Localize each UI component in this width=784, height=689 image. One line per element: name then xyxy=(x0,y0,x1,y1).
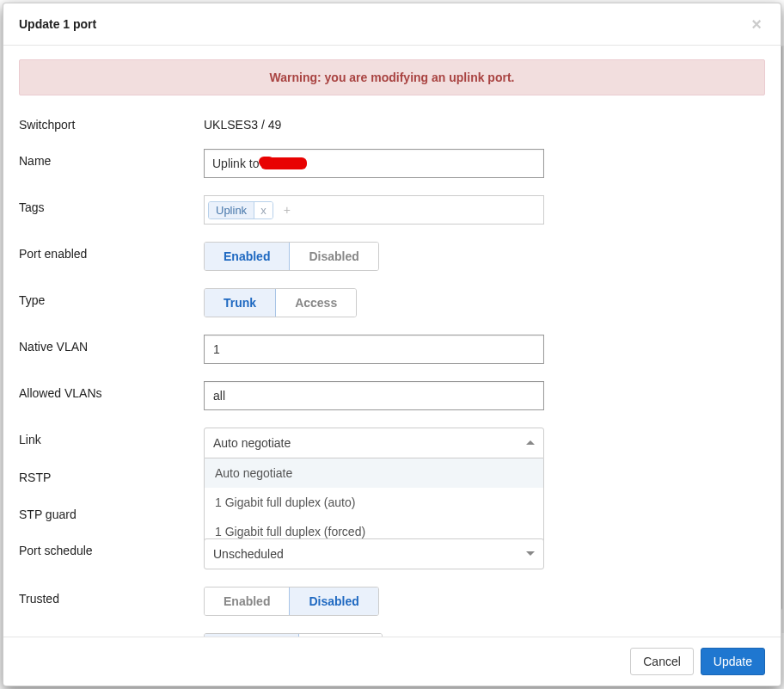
allowed-vlans-label: Allowed VLANs xyxy=(19,381,204,400)
allowed-vlans-input[interactable] xyxy=(204,381,544,410)
modal-header: Update 1 port × xyxy=(3,3,781,46)
tag-chip: Uplink x xyxy=(208,201,273,219)
udld-label: Unidirectional link detection (UDLD) xyxy=(19,633,204,637)
type-access-button[interactable]: Access xyxy=(275,289,356,317)
type-trunk-button[interactable]: Trunk xyxy=(205,289,275,317)
udld-alert-only-button[interactable]: Alert only xyxy=(205,634,298,637)
modal-footer: Cancel Update xyxy=(3,637,781,686)
name-label: Name xyxy=(19,149,204,168)
modal-body[interactable]: Warning: you are modifying an uplink por… xyxy=(3,46,781,637)
switchport-value: UKLSES3 / 49 xyxy=(204,113,565,132)
switchport-label: Switchport xyxy=(19,113,204,132)
trusted-label: Trusted xyxy=(19,587,204,606)
port-enabled-disabled-button[interactable]: Disabled xyxy=(289,243,377,270)
chevron-up-icon xyxy=(526,440,535,445)
update-button[interactable]: Update xyxy=(701,648,765,675)
port-schedule-label: Port schedule xyxy=(19,538,204,557)
port-schedule-value: Unscheduled xyxy=(213,547,284,561)
chevron-down-icon xyxy=(526,551,535,556)
stp-guard-label: STP guard xyxy=(19,502,204,521)
port-enabled-enabled-button[interactable]: Enabled xyxy=(205,243,289,270)
modal-title: Update 1 port xyxy=(19,17,748,31)
tag-remove-icon[interactable]: x xyxy=(254,202,273,218)
type-toggle: Trunk Access xyxy=(204,288,357,317)
port-enabled-label: Port enabled xyxy=(19,242,204,261)
tag-label: Uplink xyxy=(209,202,254,218)
tag-add-icon[interactable]: + xyxy=(277,203,297,217)
link-select-value: Auto negotiate xyxy=(213,436,291,450)
trusted-enabled-button[interactable]: Enabled xyxy=(205,587,289,615)
link-label: Link xyxy=(19,428,204,446)
cancel-button[interactable]: Cancel xyxy=(630,648,694,675)
udld-toggle: Alert only Enforce xyxy=(204,633,383,637)
link-dropdown-panel: Auto negotiate 1 Gigabit full duplex (au… xyxy=(204,458,544,547)
trusted-disabled-button[interactable]: Disabled xyxy=(289,587,377,615)
port-schedule-select[interactable]: Unscheduled xyxy=(204,538,544,569)
update-port-modal: Update 1 port × Warning: you are modifyi… xyxy=(3,3,781,686)
tags-input[interactable]: Uplink x + xyxy=(204,195,544,225)
rstp-label: RSTP xyxy=(19,465,204,484)
close-icon[interactable]: × xyxy=(748,15,765,33)
type-label: Type xyxy=(19,288,204,307)
link-select[interactable]: Auto negotiate xyxy=(204,428,544,458)
trusted-toggle: Enabled Disabled xyxy=(204,587,379,616)
link-option[interactable]: 1 Gigabit full duplex (auto) xyxy=(205,488,543,517)
native-vlan-input[interactable] xyxy=(204,335,544,364)
uplink-warning-banner: Warning: you are modifying an uplink por… xyxy=(19,59,765,95)
name-input[interactable] xyxy=(204,149,544,178)
port-enabled-toggle: Enabled Disabled xyxy=(204,242,379,271)
link-option[interactable]: Auto negotiate xyxy=(205,458,543,488)
tags-label: Tags xyxy=(19,195,204,214)
udld-enforce-button[interactable]: Enforce xyxy=(298,634,382,637)
native-vlan-label: Native VLAN xyxy=(19,335,204,354)
